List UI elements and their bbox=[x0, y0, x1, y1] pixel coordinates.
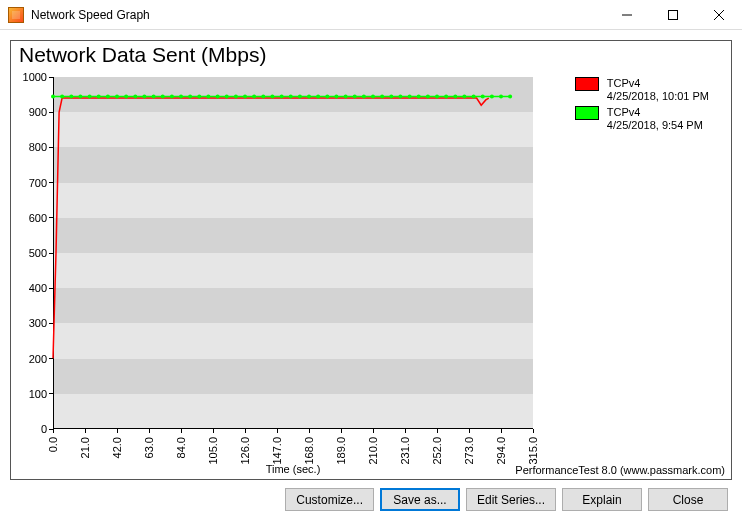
series-marker bbox=[170, 94, 174, 98]
legend-name: TCPv4 bbox=[607, 77, 709, 90]
x-tick bbox=[181, 429, 182, 433]
x-tick-label: 147.0 bbox=[271, 437, 283, 465]
x-tick-label: 126.0 bbox=[239, 437, 251, 465]
x-tick-label: 63.0 bbox=[143, 437, 155, 458]
series-marker bbox=[490, 94, 494, 98]
series-marker bbox=[462, 94, 466, 98]
y-tick bbox=[49, 393, 53, 394]
y-tick-label: 700 bbox=[7, 177, 47, 189]
series-marker bbox=[206, 94, 210, 98]
series-marker bbox=[234, 94, 238, 98]
y-tick bbox=[49, 253, 53, 254]
minimize-button[interactable] bbox=[604, 0, 650, 30]
maximize-icon bbox=[668, 10, 678, 20]
legend-text: TCPv44/25/2018, 9:54 PM bbox=[607, 106, 703, 131]
chart-title: Network Data Sent (Mbps) bbox=[19, 43, 266, 67]
y-tick-label: 400 bbox=[7, 282, 47, 294]
x-tick bbox=[277, 429, 278, 433]
series-marker bbox=[499, 94, 503, 98]
x-tick bbox=[405, 429, 406, 433]
series-marker bbox=[408, 94, 412, 98]
series-marker bbox=[261, 94, 265, 98]
x-tick-label: 231.0 bbox=[399, 437, 411, 465]
close-window-button[interactable] bbox=[696, 0, 742, 30]
series-marker bbox=[188, 94, 192, 98]
x-tick-label: 0.0 bbox=[47, 437, 59, 452]
x-tick bbox=[117, 429, 118, 433]
chart-frame: Network Data Sent (Mbps) TCPv44/25/2018,… bbox=[10, 40, 732, 480]
series-marker bbox=[216, 94, 220, 98]
legend-swatch bbox=[575, 77, 599, 91]
customize-button[interactable]: Customize... bbox=[285, 488, 374, 511]
series-marker bbox=[115, 94, 119, 98]
series-marker bbox=[389, 94, 393, 98]
button-row: Customize... Save as... Edit Series... E… bbox=[10, 480, 732, 511]
legend-item: TCPv44/25/2018, 9:54 PM bbox=[575, 106, 709, 131]
save-as-button[interactable]: Save as... bbox=[380, 488, 460, 511]
x-tick bbox=[501, 429, 502, 433]
y-tick-label: 600 bbox=[7, 212, 47, 224]
explain-button[interactable]: Explain bbox=[562, 488, 642, 511]
close-button[interactable]: Close bbox=[648, 488, 728, 511]
plot-svg bbox=[53, 77, 533, 429]
x-tick bbox=[341, 429, 342, 433]
watermark: PerformanceTest 8.0 (www.passmark.com) bbox=[515, 464, 725, 476]
series-marker bbox=[78, 94, 82, 98]
maximize-button[interactable] bbox=[650, 0, 696, 30]
x-tick bbox=[309, 429, 310, 433]
series-marker bbox=[353, 94, 357, 98]
x-tick bbox=[469, 429, 470, 433]
legend-subtitle: 4/25/2018, 9:54 PM bbox=[607, 119, 703, 132]
series-marker bbox=[472, 94, 476, 98]
y-tick-label: 500 bbox=[7, 247, 47, 259]
y-tick bbox=[49, 358, 53, 359]
series-marker bbox=[124, 94, 128, 98]
series-marker bbox=[88, 94, 92, 98]
series-marker bbox=[179, 94, 183, 98]
y-tick-label: 200 bbox=[7, 353, 47, 365]
series-marker bbox=[325, 94, 329, 98]
app-icon bbox=[8, 7, 24, 23]
series-marker bbox=[334, 94, 338, 98]
x-tick-label: 210.0 bbox=[367, 437, 379, 465]
edit-series-button[interactable]: Edit Series... bbox=[466, 488, 556, 511]
series-marker bbox=[152, 94, 156, 98]
x-axis-label: Time (sec.) bbox=[266, 463, 321, 475]
y-tick-label: 800 bbox=[7, 141, 47, 153]
minimize-icon bbox=[622, 10, 632, 20]
x-tick bbox=[213, 429, 214, 433]
y-tick-label: 1000 bbox=[7, 71, 47, 83]
series-marker bbox=[307, 94, 311, 98]
series-marker bbox=[417, 94, 421, 98]
series-marker bbox=[252, 94, 256, 98]
x-tick bbox=[437, 429, 438, 433]
series-marker bbox=[289, 94, 293, 98]
series-marker bbox=[371, 94, 375, 98]
x-tick bbox=[533, 429, 534, 433]
x-tick-label: 168.0 bbox=[303, 437, 315, 465]
series-marker bbox=[60, 94, 64, 98]
x-tick-label: 42.0 bbox=[111, 437, 123, 458]
legend-name: TCPv4 bbox=[607, 106, 703, 119]
y-tick-label: 900 bbox=[7, 106, 47, 118]
x-tick-label: 315.0 bbox=[527, 437, 539, 465]
series-marker bbox=[270, 94, 274, 98]
x-tick bbox=[149, 429, 150, 433]
x-tick-label: 21.0 bbox=[79, 437, 91, 458]
series-marker bbox=[362, 94, 366, 98]
content-area: Network Data Sent (Mbps) TCPv44/25/2018,… bbox=[0, 30, 742, 519]
legend-subtitle: 4/25/2018, 10:01 PM bbox=[607, 90, 709, 103]
x-tick-label: 294.0 bbox=[495, 437, 507, 465]
series-marker bbox=[298, 94, 302, 98]
series-marker bbox=[380, 94, 384, 98]
y-tick bbox=[49, 217, 53, 218]
series-marker bbox=[481, 94, 485, 98]
y-tick-label: 300 bbox=[7, 317, 47, 329]
x-tick-label: 84.0 bbox=[175, 437, 187, 458]
series-marker bbox=[51, 94, 55, 98]
series-marker bbox=[426, 94, 430, 98]
series-marker bbox=[243, 94, 247, 98]
window-title: Network Speed Graph bbox=[31, 8, 150, 22]
legend: TCPv44/25/2018, 10:01 PMTCPv44/25/2018, … bbox=[575, 77, 709, 136]
series-marker bbox=[344, 94, 348, 98]
